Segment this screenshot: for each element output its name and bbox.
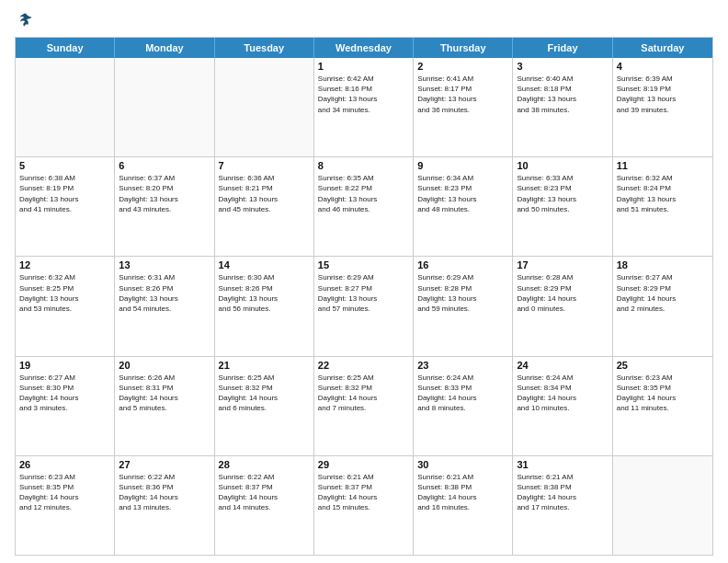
- day-number: 14: [219, 259, 310, 270]
- calendar-cell-31: 31Sunrise: 6:21 AM Sunset: 8:38 PM Dayli…: [513, 456, 612, 555]
- cell-info: Sunrise: 6:27 AM Sunset: 8:30 PM Dayligh…: [19, 373, 110, 414]
- cell-info: Sunrise: 6:24 AM Sunset: 8:33 PM Dayligh…: [417, 373, 508, 414]
- calendar-cell-17: 17Sunrise: 6:28 AM Sunset: 8:29 PM Dayli…: [513, 257, 612, 355]
- calendar-cell-18: 18Sunrise: 6:27 AM Sunset: 8:29 PM Dayli…: [613, 257, 712, 355]
- calendar-row-2: 12Sunrise: 6:32 AM Sunset: 8:25 PM Dayli…: [16, 256, 712, 355]
- day-number: 5: [19, 160, 110, 171]
- cell-info: Sunrise: 6:35 AM Sunset: 8:22 PM Dayligh…: [318, 173, 409, 214]
- cell-info: Sunrise: 6:22 AM Sunset: 8:37 PM Dayligh…: [219, 472, 310, 513]
- cell-info: Sunrise: 6:37 AM Sunset: 8:20 PM Dayligh…: [119, 173, 210, 214]
- day-number: 24: [517, 360, 608, 371]
- calendar-cell-12: 12Sunrise: 6:32 AM Sunset: 8:25 PM Dayli…: [16, 257, 115, 355]
- day-number: 18: [617, 259, 709, 270]
- cell-info: Sunrise: 6:36 AM Sunset: 8:21 PM Dayligh…: [219, 173, 310, 214]
- day-number: 31: [517, 459, 608, 470]
- weekday-header-saturday: Saturday: [613, 38, 712, 58]
- calendar-cell-26: 26Sunrise: 6:23 AM Sunset: 8:35 PM Dayli…: [16, 456, 115, 555]
- calendar-row-3: 19Sunrise: 6:27 AM Sunset: 8:30 PM Dayli…: [16, 356, 712, 455]
- cell-info: Sunrise: 6:24 AM Sunset: 8:34 PM Dayligh…: [517, 373, 608, 414]
- calendar-cell-empty-0-0: [16, 58, 115, 156]
- cell-info: Sunrise: 6:30 AM Sunset: 8:26 PM Dayligh…: [219, 272, 310, 314]
- calendar-cell-27: 27Sunrise: 6:22 AM Sunset: 8:36 PM Dayli…: [115, 456, 214, 555]
- weekday-header-thursday: Thursday: [414, 38, 513, 58]
- calendar-cell-empty-4-6: [613, 456, 712, 555]
- calendar-cell-21: 21Sunrise: 6:25 AM Sunset: 8:32 PM Dayli…: [215, 357, 314, 455]
- cell-info: Sunrise: 6:31 AM Sunset: 8:26 PM Dayligh…: [119, 272, 210, 314]
- day-number: 2: [417, 61, 508, 72]
- calendar-cell-3: 3Sunrise: 6:40 AM Sunset: 8:18 PM Daylig…: [513, 58, 612, 156]
- calendar-cell-29: 29Sunrise: 6:21 AM Sunset: 8:37 PM Dayli…: [314, 456, 414, 555]
- cell-info: Sunrise: 6:21 AM Sunset: 8:38 PM Dayligh…: [517, 472, 608, 513]
- calendar: SundayMondayTuesdayWednesdayThursdayFrid…: [15, 37, 713, 556]
- weekday-header-tuesday: Tuesday: [215, 38, 314, 58]
- cell-info: Sunrise: 6:33 AM Sunset: 8:23 PM Dayligh…: [517, 173, 608, 214]
- day-number: 25: [617, 360, 709, 371]
- day-number: 11: [617, 160, 709, 171]
- calendar-cell-10: 10Sunrise: 6:33 AM Sunset: 8:23 PM Dayli…: [513, 157, 612, 256]
- weekday-header-wednesday: Wednesday: [314, 38, 414, 58]
- calendar-cell-30: 30Sunrise: 6:21 AM Sunset: 8:38 PM Dayli…: [414, 456, 513, 555]
- calendar-cell-16: 16Sunrise: 6:29 AM Sunset: 8:28 PM Dayli…: [414, 257, 513, 355]
- logo: [15, 11, 35, 29]
- day-number: 23: [417, 360, 508, 371]
- cell-info: Sunrise: 6:29 AM Sunset: 8:27 PM Dayligh…: [318, 272, 409, 314]
- calendar-row-1: 5Sunrise: 6:38 AM Sunset: 8:19 PM Daylig…: [16, 156, 712, 256]
- day-number: 20: [119, 360, 210, 371]
- header: [15, 11, 713, 29]
- day-number: 9: [417, 160, 508, 171]
- logo-bird-icon: [17, 11, 35, 29]
- day-number: 16: [417, 259, 508, 270]
- day-number: 28: [219, 459, 310, 470]
- day-number: 15: [318, 259, 409, 270]
- calendar-cell-14: 14Sunrise: 6:30 AM Sunset: 8:26 PM Dayli…: [215, 257, 314, 355]
- calendar-cell-22: 22Sunrise: 6:25 AM Sunset: 8:32 PM Dayli…: [314, 357, 414, 455]
- cell-info: Sunrise: 6:21 AM Sunset: 8:37 PM Dayligh…: [318, 472, 409, 513]
- cell-info: Sunrise: 6:41 AM Sunset: 8:17 PM Dayligh…: [417, 74, 508, 115]
- day-number: 30: [417, 459, 508, 470]
- day-number: 26: [19, 459, 110, 470]
- weekday-header-monday: Monday: [115, 38, 214, 58]
- day-number: 3: [517, 61, 608, 72]
- calendar-cell-19: 19Sunrise: 6:27 AM Sunset: 8:30 PM Dayli…: [16, 357, 115, 455]
- day-number: 29: [318, 459, 409, 470]
- calendar-cell-13: 13Sunrise: 6:31 AM Sunset: 8:26 PM Dayli…: [115, 257, 214, 355]
- day-number: 1: [318, 61, 409, 72]
- day-number: 8: [318, 160, 409, 171]
- day-number: 13: [119, 259, 210, 270]
- calendar-cell-empty-0-1: [115, 58, 214, 156]
- cell-info: Sunrise: 6:21 AM Sunset: 8:38 PM Dayligh…: [417, 472, 508, 513]
- calendar-cell-5: 5Sunrise: 6:38 AM Sunset: 8:19 PM Daylig…: [16, 157, 115, 256]
- cell-info: Sunrise: 6:32 AM Sunset: 8:24 PM Dayligh…: [617, 173, 709, 214]
- calendar-cell-7: 7Sunrise: 6:36 AM Sunset: 8:21 PM Daylig…: [215, 157, 314, 256]
- cell-info: Sunrise: 6:40 AM Sunset: 8:18 PM Dayligh…: [517, 74, 608, 115]
- calendar-cell-15: 15Sunrise: 6:29 AM Sunset: 8:27 PM Dayli…: [314, 257, 414, 355]
- page: SundayMondayTuesdayWednesdayThursdayFrid…: [0, 0, 728, 563]
- day-number: 6: [119, 160, 210, 171]
- day-number: 12: [19, 259, 110, 270]
- calendar-row-0: 1Sunrise: 6:42 AM Sunset: 8:16 PM Daylig…: [16, 58, 712, 156]
- calendar-cell-25: 25Sunrise: 6:23 AM Sunset: 8:35 PM Dayli…: [613, 357, 712, 455]
- cell-info: Sunrise: 6:39 AM Sunset: 8:19 PM Dayligh…: [617, 74, 709, 115]
- cell-info: Sunrise: 6:42 AM Sunset: 8:16 PM Dayligh…: [318, 74, 409, 115]
- calendar-cell-28: 28Sunrise: 6:22 AM Sunset: 8:37 PM Dayli…: [215, 456, 314, 555]
- day-number: 17: [517, 259, 608, 270]
- day-number: 21: [219, 360, 310, 371]
- calendar-cell-8: 8Sunrise: 6:35 AM Sunset: 8:22 PM Daylig…: [314, 157, 414, 256]
- weekday-header-sunday: Sunday: [16, 38, 115, 58]
- calendar-cell-2: 2Sunrise: 6:41 AM Sunset: 8:17 PM Daylig…: [414, 58, 513, 156]
- cell-info: Sunrise: 6:25 AM Sunset: 8:32 PM Dayligh…: [219, 373, 310, 414]
- cell-info: Sunrise: 6:26 AM Sunset: 8:31 PM Dayligh…: [119, 373, 210, 414]
- calendar-cell-6: 6Sunrise: 6:37 AM Sunset: 8:20 PM Daylig…: [115, 157, 214, 256]
- cell-info: Sunrise: 6:22 AM Sunset: 8:36 PM Dayligh…: [119, 472, 210, 513]
- calendar-cell-9: 9Sunrise: 6:34 AM Sunset: 8:23 PM Daylig…: [414, 157, 513, 256]
- cell-info: Sunrise: 6:23 AM Sunset: 8:35 PM Dayligh…: [617, 373, 709, 414]
- cell-info: Sunrise: 6:34 AM Sunset: 8:23 PM Dayligh…: [417, 173, 508, 214]
- cell-info: Sunrise: 6:32 AM Sunset: 8:25 PM Dayligh…: [19, 272, 110, 314]
- day-number: 22: [318, 360, 409, 371]
- calendar-body: 1Sunrise: 6:42 AM Sunset: 8:16 PM Daylig…: [16, 58, 712, 555]
- cell-info: Sunrise: 6:38 AM Sunset: 8:19 PM Dayligh…: [19, 173, 110, 214]
- cell-info: Sunrise: 6:27 AM Sunset: 8:29 PM Dayligh…: [617, 272, 709, 314]
- day-number: 10: [517, 160, 608, 171]
- calendar-cell-24: 24Sunrise: 6:24 AM Sunset: 8:34 PM Dayli…: [513, 357, 612, 455]
- day-number: 19: [19, 360, 110, 371]
